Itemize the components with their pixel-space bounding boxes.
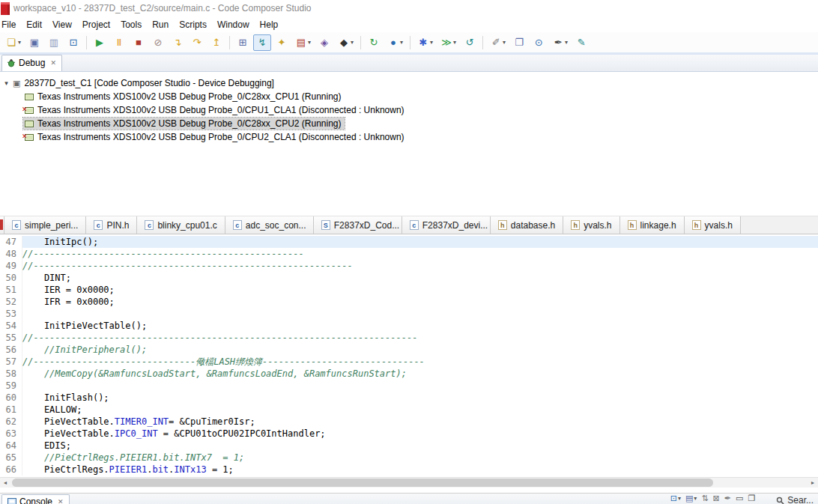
menu-view[interactable]: View [47,17,77,32]
code-text[interactable]: DINT; [22,272,818,284]
clear-console-button[interactable]: ⊠ [712,494,721,503]
close-icon[interactable]: ✕ [50,59,56,67]
code-text[interactable]: //--------------------------------------… [22,248,818,260]
code-text[interactable]: //--------------------------------------… [22,332,818,344]
partial-tab[interactable] [0,216,4,234]
line-number[interactable]: 66 [0,464,22,476]
debug-tree-row[interactable]: ✕Texas Instruments XDS100v2 USB Debug Pr… [0,103,818,117]
disconnect-button[interactable]: ⊘ [149,34,167,51]
fill-button[interactable]: ◆▾ [335,34,357,51]
line-number[interactable]: 61 [0,404,22,416]
connect-target-button[interactable]: ↯ [253,34,271,51]
editor-tab[interactable]: hyvals.h [563,216,619,234]
line-number[interactable]: 48 [0,248,22,260]
code-text[interactable]: PieVectTable.IPC0_INT = &CPU01toCPU02IPC… [22,428,818,440]
pin-button[interactable]: ✒▾ [549,34,571,51]
line-number[interactable]: 58 [0,368,22,380]
memory-button[interactable]: ◈ [315,34,333,51]
editor-tab[interactable]: hdatabase.h [491,216,563,234]
menu-run[interactable]: Run [147,17,174,32]
code-text[interactable]: IFR = 0x0000; [22,296,818,308]
code-text[interactable]: PieCtrlRegs.PIEIER1.bit.INTx13 = 1; [22,464,818,476]
line-number[interactable]: 60 [0,392,22,404]
terminate-button[interactable]: ■ [130,34,148,51]
editor-tab[interactable]: cblinky_cpu01.c [137,216,225,234]
menu-file[interactable]: File [0,17,21,32]
code-text[interactable]: IER = 0x0000; [22,284,818,296]
code-text[interactable]: //InitPeripheral(); [22,344,818,356]
code-text[interactable]: //PieCtrlRegs.PIEIER1.bit.INTx7 = 1; [22,452,818,464]
editor-tab[interactable]: csimple_peri... [4,216,86,234]
scroll-right-icon[interactable]: ▸ [808,478,818,488]
code-text[interactable]: EDIS; [22,440,818,452]
tab-debug[interactable]: Debug ✕ [1,55,62,71]
target-config-button[interactable]: ✦ [273,34,291,51]
code-text[interactable]: PieVectTable.TIMER0_INT= &CpuTimer0Isr; [22,416,818,428]
scroll-left-icon[interactable]: ◂ [0,478,10,488]
step-into-button[interactable]: ↴ [169,34,187,51]
refresh-button[interactable]: ↻ [365,34,383,51]
menu-window[interactable]: Window [212,17,255,32]
new-button[interactable]: ❏▾ [2,34,24,51]
line-number[interactable]: 50 [0,272,22,284]
search-trim[interactable]: Sear... [776,494,814,504]
code-text[interactable]: //--------------------------------------… [22,260,818,272]
code-text[interactable]: InitIpc(); [22,236,818,248]
debug-tree-row[interactable]: Texas Instruments XDS100v2 USB Debug Pro… [0,90,818,103]
resume-button[interactable]: ▶ [91,34,109,51]
save-button[interactable]: ▣ [25,34,43,51]
menu-help[interactable]: Help [255,17,284,32]
open-console-button[interactable]: ⊡ [64,34,82,51]
menu-tools[interactable]: Tools [115,17,147,32]
hscroll-track[interactable] [10,478,808,488]
code-text[interactable]: //------------------------------儆檔LASH绑煥… [22,356,818,368]
pin-console-button[interactable]: ✒ [723,494,733,503]
editor-tab[interactable]: cadc_soc_con... [225,216,314,234]
minimize-panel-button[interactable]: ▭ [734,494,745,503]
profile-button[interactable]: ≫▾ [437,34,459,51]
line-number[interactable]: 52 [0,296,22,308]
edit-mode-button[interactable]: ✎ [572,34,590,51]
restart-button[interactable]: ↺ [461,34,479,51]
close-icon[interactable]: ✕ [58,498,64,504]
step-over-button[interactable]: ↷ [188,34,206,51]
display-console-button[interactable]: ▤▾ [684,494,698,503]
menu-project[interactable]: Project [77,17,115,32]
line-number[interactable]: 63 [0,428,22,440]
suspend-button[interactable]: ‖ [110,34,128,51]
line-number[interactable]: 59 [0,380,22,392]
code-text[interactable]: EALLOW; [22,404,818,416]
magnifier-button[interactable]: ⊙ [530,34,548,51]
line-number[interactable]: 53 [0,308,22,320]
editor-tab[interactable]: cF2837xD_devi... [402,216,491,234]
hscroll-thumb[interactable] [12,479,713,487]
code-text[interactable]: InitPieVectTable(); [22,320,818,332]
flash-button[interactable]: ▤▾ [292,34,314,51]
debug-tree-row[interactable]: ✕Texas Instruments XDS100v2 USB Debug Pr… [0,130,818,144]
code-text[interactable] [22,308,818,320]
launch-button[interactable]: ●▾ [384,34,406,51]
registers-view-button[interactable]: ⊞ [234,34,252,51]
line-number[interactable]: 65 [0,452,22,464]
code-text[interactable]: InitFlash(); [22,392,818,404]
menu-scripts[interactable]: Scripts [174,17,212,32]
breakpoint-button[interactable]: ✱▾ [414,34,436,51]
editor-tab[interactable]: SF2837xD_Cod... [314,216,402,234]
open-perspective-button[interactable]: ❐ [510,34,528,51]
tools-button[interactable]: ✐▾ [487,34,509,51]
expander-icon[interactable]: ▾ [1,79,11,87]
line-number[interactable]: 51 [0,284,22,296]
line-number[interactable]: 56 [0,344,22,356]
line-number[interactable]: 55 [0,332,22,344]
tab-console[interactable]: Console ✕ [1,494,70,504]
menu-edit[interactable]: Edit [21,17,47,32]
line-number[interactable]: 47 [0,236,22,248]
code-text[interactable] [22,380,818,392]
line-number[interactable]: 54 [0,320,22,332]
line-number[interactable]: 62 [0,416,22,428]
step-return-button[interactable]: ↥ [207,34,225,51]
line-number[interactable]: 64 [0,440,22,452]
scroll-lock-button[interactable]: ⇅ [700,494,709,503]
debug-tree-row[interactable]: Texas Instruments XDS100v2 USB Debug Pro… [0,117,818,130]
editor-tab[interactable]: hyvals.h [685,216,741,234]
